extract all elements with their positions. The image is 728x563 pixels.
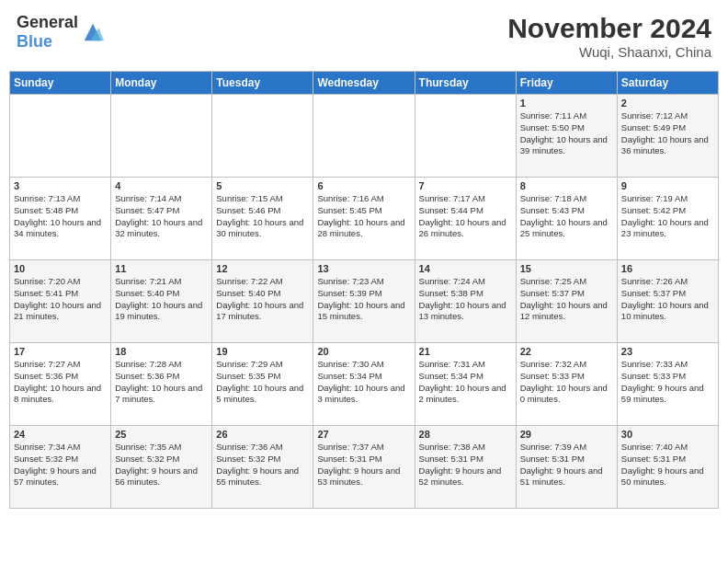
calendar-cell: 22Sunrise: 7:32 AM Sunset: 5:33 PM Dayli… — [516, 343, 617, 426]
location: Wuqi, Shaanxi, China — [507, 44, 711, 60]
day-info: Sunrise: 7:23 AM Sunset: 5:39 PM Dayligh… — [317, 276, 410, 323]
week-row-5: 24Sunrise: 7:34 AM Sunset: 5:32 PM Dayli… — [10, 426, 719, 509]
calendar-cell: 12Sunrise: 7:22 AM Sunset: 5:40 PM Dayli… — [212, 260, 313, 343]
calendar-cell: 21Sunrise: 7:31 AM Sunset: 5:34 PM Dayli… — [415, 343, 516, 426]
day-number: 16 — [621, 263, 714, 274]
day-number: 15 — [520, 263, 613, 274]
day-number: 4 — [115, 180, 208, 191]
day-info: Sunrise: 7:11 AM Sunset: 5:50 PM Dayligh… — [520, 110, 613, 157]
day-info: Sunrise: 7:38 AM Sunset: 5:31 PM Dayligh… — [419, 442, 512, 488]
weekday-header-thursday: Thursday — [415, 72, 516, 95]
day-info: Sunrise: 7:36 AM Sunset: 5:32 PM Dayligh… — [216, 442, 309, 488]
day-info: Sunrise: 7:17 AM Sunset: 5:44 PM Dayligh… — [419, 193, 512, 240]
day-info: Sunrise: 7:29 AM Sunset: 5:35 PM Dayligh… — [216, 359, 309, 406]
day-info: Sunrise: 7:19 AM Sunset: 5:42 PM Dayligh… — [621, 193, 714, 240]
day-info: Sunrise: 7:14 AM Sunset: 5:47 PM Dayligh… — [115, 193, 208, 240]
month-title: November 2024 — [507, 13, 711, 44]
day-number: 3 — [14, 180, 107, 191]
calendar-cell: 28Sunrise: 7:38 AM Sunset: 5:31 PM Dayli… — [415, 426, 516, 509]
day-number: 19 — [216, 346, 309, 357]
day-info: Sunrise: 7:28 AM Sunset: 5:36 PM Dayligh… — [115, 359, 208, 406]
calendar-cell: 4Sunrise: 7:14 AM Sunset: 5:47 PM Daylig… — [111, 178, 212, 260]
day-number: 13 — [317, 263, 410, 274]
logo-general: General — [17, 13, 78, 31]
page-header: General Blue November 2024 Wuqi, Shaanxi… — [9, 9, 719, 63]
calendar-cell — [313, 95, 415, 178]
day-info: Sunrise: 7:16 AM Sunset: 5:45 PM Dayligh… — [317, 193, 410, 240]
day-info: Sunrise: 7:27 AM Sunset: 5:36 PM Dayligh… — [14, 359, 107, 406]
day-info: Sunrise: 7:22 AM Sunset: 5:40 PM Dayligh… — [216, 276, 309, 323]
calendar-cell: 29Sunrise: 7:39 AM Sunset: 5:31 PM Dayli… — [516, 426, 617, 509]
day-info: Sunrise: 7:33 AM Sunset: 5:33 PM Dayligh… — [621, 359, 714, 406]
day-number: 24 — [14, 429, 107, 440]
day-number: 20 — [317, 346, 410, 357]
day-number: 30 — [621, 429, 714, 440]
calendar-cell: 24Sunrise: 7:34 AM Sunset: 5:32 PM Dayli… — [10, 426, 111, 509]
day-number: 8 — [520, 180, 613, 191]
calendar-cell: 10Sunrise: 7:20 AM Sunset: 5:41 PM Dayli… — [10, 260, 111, 343]
weekday-header-wednesday: Wednesday — [313, 72, 415, 95]
day-info: Sunrise: 7:20 AM Sunset: 5:41 PM Dayligh… — [14, 276, 107, 323]
calendar-cell: 27Sunrise: 7:37 AM Sunset: 5:31 PM Dayli… — [313, 426, 415, 509]
calendar-cell: 7Sunrise: 7:17 AM Sunset: 5:44 PM Daylig… — [415, 178, 516, 260]
calendar-table: SundayMondayTuesdayWednesdayThursdayFrid… — [9, 71, 719, 509]
day-number: 7 — [419, 180, 512, 191]
calendar-cell: 18Sunrise: 7:28 AM Sunset: 5:36 PM Dayli… — [111, 343, 212, 426]
day-number: 9 — [621, 180, 714, 191]
day-number: 29 — [520, 429, 613, 440]
calendar-cell: 14Sunrise: 7:24 AM Sunset: 5:38 PM Dayli… — [415, 260, 516, 343]
day-number: 1 — [520, 98, 613, 109]
day-number: 27 — [317, 429, 410, 440]
calendar-cell: 8Sunrise: 7:18 AM Sunset: 5:43 PM Daylig… — [516, 178, 617, 260]
calendar-cell: 30Sunrise: 7:40 AM Sunset: 5:31 PM Dayli… — [617, 426, 718, 509]
weekday-header-sunday: Sunday — [10, 72, 111, 95]
day-number: 10 — [14, 263, 107, 274]
day-info: Sunrise: 7:24 AM Sunset: 5:38 PM Dayligh… — [419, 276, 512, 323]
day-info: Sunrise: 7:25 AM Sunset: 5:37 PM Dayligh… — [520, 276, 613, 323]
day-info: Sunrise: 7:13 AM Sunset: 5:48 PM Dayligh… — [14, 193, 107, 240]
day-number: 11 — [115, 263, 208, 274]
calendar-cell: 26Sunrise: 7:36 AM Sunset: 5:32 PM Dayli… — [212, 426, 313, 509]
day-number: 2 — [621, 98, 714, 109]
day-number: 21 — [419, 346, 512, 357]
day-number: 22 — [520, 346, 613, 357]
calendar-cell — [111, 95, 212, 178]
day-number: 12 — [216, 263, 309, 274]
day-info: Sunrise: 7:21 AM Sunset: 5:40 PM Dayligh… — [115, 276, 208, 323]
calendar-cell: 11Sunrise: 7:21 AM Sunset: 5:40 PM Dayli… — [111, 260, 212, 343]
day-number: 23 — [621, 346, 714, 357]
day-info: Sunrise: 7:39 AM Sunset: 5:31 PM Dayligh… — [520, 442, 613, 488]
day-number: 18 — [115, 346, 208, 357]
day-number: 25 — [115, 429, 208, 440]
calendar-cell: 1Sunrise: 7:11 AM Sunset: 5:50 PM Daylig… — [516, 95, 617, 178]
calendar-cell: 16Sunrise: 7:26 AM Sunset: 5:37 PM Dayli… — [617, 260, 718, 343]
logo-icon — [80, 19, 106, 45]
calendar-cell: 25Sunrise: 7:35 AM Sunset: 5:32 PM Dayli… — [111, 426, 212, 509]
calendar-cell: 3Sunrise: 7:13 AM Sunset: 5:48 PM Daylig… — [10, 178, 111, 260]
day-number: 26 — [216, 429, 309, 440]
week-row-4: 17Sunrise: 7:27 AM Sunset: 5:36 PM Dayli… — [10, 343, 719, 426]
day-info: Sunrise: 7:12 AM Sunset: 5:49 PM Dayligh… — [621, 110, 714, 157]
day-number: 6 — [317, 180, 410, 191]
day-info: Sunrise: 7:30 AM Sunset: 5:34 PM Dayligh… — [317, 359, 410, 406]
weekday-header-monday: Monday — [111, 72, 212, 95]
calendar-cell: 20Sunrise: 7:30 AM Sunset: 5:34 PM Dayli… — [313, 343, 415, 426]
calendar-cell: 2Sunrise: 7:12 AM Sunset: 5:49 PM Daylig… — [617, 95, 718, 178]
day-info: Sunrise: 7:40 AM Sunset: 5:31 PM Dayligh… — [621, 442, 714, 488]
logo-blue: Blue — [17, 32, 52, 51]
calendar-cell: 13Sunrise: 7:23 AM Sunset: 5:39 PM Dayli… — [313, 260, 415, 343]
day-number: 14 — [419, 263, 512, 274]
day-number: 28 — [419, 429, 512, 440]
weekday-header-friday: Friday — [516, 72, 617, 95]
day-number: 17 — [14, 346, 107, 357]
day-info: Sunrise: 7:31 AM Sunset: 5:34 PM Dayligh… — [419, 359, 512, 406]
day-info: Sunrise: 7:32 AM Sunset: 5:33 PM Dayligh… — [520, 359, 613, 406]
logo: General Blue — [17, 13, 106, 52]
calendar-cell: 19Sunrise: 7:29 AM Sunset: 5:35 PM Dayli… — [212, 343, 313, 426]
day-info: Sunrise: 7:15 AM Sunset: 5:46 PM Dayligh… — [216, 193, 309, 240]
calendar-cell: 6Sunrise: 7:16 AM Sunset: 5:45 PM Daylig… — [313, 178, 415, 260]
calendar-cell: 15Sunrise: 7:25 AM Sunset: 5:37 PM Dayli… — [516, 260, 617, 343]
calendar-cell — [212, 95, 313, 178]
day-info: Sunrise: 7:26 AM Sunset: 5:37 PM Dayligh… — [621, 276, 714, 323]
weekday-header-tuesday: Tuesday — [212, 72, 313, 95]
